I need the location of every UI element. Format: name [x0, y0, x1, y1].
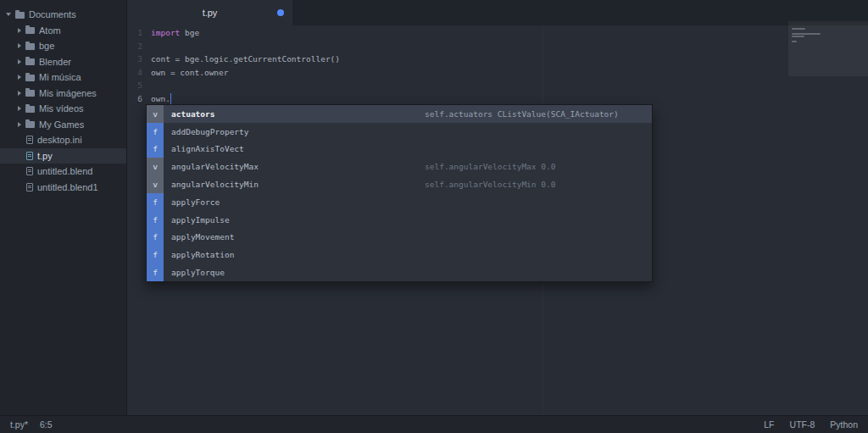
autocomplete-item[interactable]: v actuators self.actuators CListValue(SC… [147, 105, 652, 123]
line-number[interactable]: 5 [127, 79, 151, 92]
tree-folder-label: Atom [39, 25, 61, 36]
tree-file-label: t.py [37, 151, 53, 161]
tree-folder-my-games[interactable]: My Games [0, 117, 126, 133]
suggestion-label: actuators [171, 109, 214, 119]
tab-title: t.py [203, 8, 218, 18]
function-kind-icon: f [147, 211, 164, 229]
suggestion-label: applyTorque [171, 268, 225, 277]
line-number[interactable]: 6 [127, 92, 151, 106]
tree-folder-label: bge [39, 41, 54, 51]
file-tree: Documents Atom bge Blender Mi música Mis… [0, 0, 127, 415]
chevron-right-icon [18, 28, 21, 33]
line-number[interactable]: 3 [127, 53, 151, 66]
function-kind-icon: f [147, 246, 164, 264]
autocomplete-item[interactable]: f applyRotation [147, 246, 652, 264]
tree-folder-mis-imagenes[interactable]: Mis imágenes [0, 86, 126, 102]
suggestion-label: alignAxisToVect [171, 144, 244, 153]
tree-folder-label: Mis vídeos [39, 103, 84, 114]
code-text: cont = bge.logic.getCurrentController() [151, 53, 340, 66]
tree-folder-mis-videos[interactable]: Mis vídeos [0, 101, 126, 117]
function-kind-icon: f [147, 193, 164, 211]
tree-folder-label: Mis imágenes [39, 88, 97, 98]
code-text: own. [151, 92, 170, 106]
tab-bar: t.py [127, 0, 868, 25]
suggestion-label: applyRotation [171, 250, 234, 259]
tree-file-label: desktop.ini [37, 135, 82, 145]
chevron-right-icon [18, 59, 21, 64]
text-cursor [170, 93, 171, 104]
code-line[interactable]: 5 [127, 79, 868, 92]
suggestion-detail: self.angularVelocityMin 0.0 [425, 180, 555, 189]
suggestion-label: addDebugProperty [171, 127, 249, 136]
tree-file-untitled-blend[interactable]: untitled.blend [0, 164, 126, 180]
chevron-right-icon [18, 43, 21, 48]
status-file-name: t.py* [10, 419, 28, 430]
autocomplete-item[interactable]: v angularVelocityMin self.angularVelocit… [147, 175, 652, 193]
suggestion-label: angularVelocityMax [171, 162, 259, 171]
tree-file-untitled-blend1[interactable]: untitled.blend1 [0, 180, 126, 196]
music-folder-icon [25, 75, 35, 81]
tree-folder-label: Mi música [39, 72, 81, 82]
line-number[interactable]: 2 [127, 40, 151, 53]
tree-folder-label: Blender [39, 57, 71, 67]
status-encoding[interactable]: UTF-8 [790, 419, 815, 430]
python-file-icon [26, 152, 33, 160]
tree-file-desktop-ini[interactable]: desktop.ini [0, 132, 126, 148]
tree-file-label: untitled.blend [37, 166, 92, 176]
suggestion-detail: self.angularVelocityMax 0.0 [425, 162, 555, 171]
file-icon [26, 136, 33, 144]
code-line[interactable]: 1 import bge [127, 26, 868, 40]
minimap-code-line [792, 36, 804, 37]
autocomplete-item[interactable]: f applyImpulse [147, 211, 652, 229]
code-line[interactable]: 4 own = cont.owner [127, 66, 868, 80]
folder-icon [15, 12, 25, 19]
tree-file-t-py[interactable]: t.py [0, 148, 126, 164]
status-language[interactable]: Python [830, 419, 858, 430]
minimap-code-line [792, 33, 821, 35]
tree-folder-mi-musica[interactable]: Mi música [0, 69, 126, 86]
minimap-code-line [792, 41, 797, 42]
variable-kind-icon: v [147, 105, 164, 123]
videos-folder-icon [25, 106, 35, 113]
suggestion-label: applyMovement [171, 232, 234, 241]
chevron-down-icon [6, 13, 11, 16]
autocomplete-popup: v actuators self.actuators CListValue(SC… [146, 104, 653, 282]
chevron-right-icon [18, 75, 21, 80]
autocomplete-item[interactable]: f addDebugProperty [147, 123, 652, 141]
status-line-ending[interactable]: LF [764, 419, 774, 430]
code-text: bge [180, 26, 199, 40]
tree-folder-documents[interactable]: Documents [0, 7, 126, 23]
autocomplete-item[interactable]: f applyMovement [147, 229, 652, 247]
function-kind-icon: f [147, 123, 164, 141]
folder-icon [25, 43, 35, 50]
editor[interactable]: 1 import bge 2 3 cont = bge.logic.getCur… [127, 25, 868, 415]
tree-folder-bge[interactable]: bge [0, 38, 126, 54]
modified-indicator-dot [277, 9, 284, 16]
suggestion-label: applyImpulse [171, 215, 230, 225]
tree-folder-atom[interactable]: Atom [0, 23, 126, 39]
folder-icon [25, 27, 35, 34]
tree-file-label: untitled.blend1 [37, 182, 98, 192]
code-line[interactable]: 2 [127, 40, 868, 53]
status-bar: t.py* 6:5 LF UTF-8 Python [0, 415, 868, 433]
line-number[interactable]: 4 [127, 66, 151, 80]
minimap[interactable] [788, 25, 868, 415]
tab-t-py[interactable]: t.py [127, 0, 292, 25]
code-area[interactable]: 1 import bge 2 3 cont = bge.logic.getCur… [127, 26, 868, 105]
file-icon [26, 167, 33, 175]
code-text: own = cont.owner [151, 66, 229, 80]
status-cursor-position[interactable]: 6:5 [40, 419, 53, 430]
suggestion-label: applyForce [171, 197, 220, 207]
autocomplete-item[interactable]: f applyTorque [147, 264, 652, 281]
pictures-folder-icon [25, 90, 35, 97]
autocomplete-item[interactable]: f alignAxisToVect [147, 141, 652, 158]
autocomplete-item[interactable]: v angularVelocityMax self.angularVelocit… [147, 158, 652, 175]
tree-folder-blender[interactable]: Blender [0, 54, 126, 70]
code-line[interactable]: 3 cont = bge.logic.getCurrentController(… [127, 53, 868, 66]
line-number[interactable]: 1 [127, 26, 151, 40]
suggestion-label: angularVelocityMin [171, 180, 259, 189]
code-line-current[interactable]: 6 own. [127, 92, 868, 106]
function-kind-icon: f [147, 264, 164, 281]
autocomplete-item[interactable]: f applyForce [147, 193, 652, 211]
variable-kind-icon: v [147, 175, 164, 193]
